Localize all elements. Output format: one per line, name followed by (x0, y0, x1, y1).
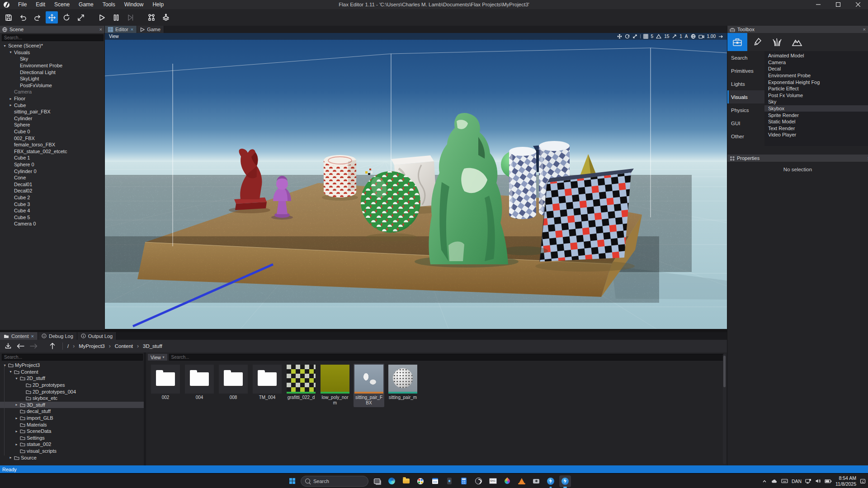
import-button[interactable] (3, 341, 14, 351)
globe-mode-icon[interactable] (691, 34, 696, 39)
toolbox-item[interactable]: Exponential Height Fog (764, 79, 868, 85)
content-item-tm004[interactable]: TM_004 (252, 364, 283, 402)
touch-keyboard-icon[interactable] (781, 479, 788, 483)
toolbox-item[interactable]: Environment Probe (764, 72, 868, 79)
content-item-grafitti-texture[interactable]: grafitti_022_d (286, 364, 316, 402)
flax-launcher[interactable] (545, 475, 557, 487)
toolbox-category[interactable]: GUI (727, 117, 764, 130)
toolbox-item[interactable]: Post Fx Volume (764, 92, 868, 99)
notification-center-icon[interactable] (860, 479, 866, 484)
toolbox-category[interactable]: Physics (727, 103, 764, 117)
tree-expand-icon[interactable]: ▸ (14, 442, 19, 446)
undo-button[interactable] (17, 11, 29, 23)
taskbar-clock[interactable]: 8:54 AM 11/8/2025 (835, 475, 856, 487)
tree-expand-icon[interactable]: ▾ (9, 50, 13, 54)
toolbox-category[interactable]: Visuals (727, 90, 764, 103)
scale-tool-button[interactable] (75, 11, 87, 23)
toolbox-category[interactable]: Search (727, 51, 764, 64)
camera-speed-value[interactable]: 1.00 (707, 34, 716, 39)
expand-arrow-icon[interactable] (718, 34, 723, 39)
scene-tree-row[interactable]: Cylinder (0, 115, 104, 122)
menu-item[interactable]: Game (74, 0, 98, 9)
tree-expand-icon[interactable]: ▸ (9, 455, 13, 460)
scene-tree-row[interactable]: ▸ Cube (0, 102, 104, 108)
scene-tree-row[interactable]: Cube 4 (0, 207, 104, 214)
scene-tree-row[interactable]: Decal01 (0, 181, 104, 188)
vlc-player[interactable] (516, 475, 528, 487)
toolbox-item[interactable]: Text Render (764, 125, 868, 132)
view-menu-button[interactable]: View (105, 34, 123, 39)
rotate-snap-icon[interactable] (656, 34, 661, 39)
nav-back-button[interactable] (15, 341, 26, 351)
scene-tree-row[interactable]: ▾ Visuals (0, 49, 104, 56)
task-view-button[interactable] (371, 475, 383, 487)
scene-tree-row[interactable]: Sphere (0, 122, 104, 128)
scene-tree-row[interactable]: Cube 5 (0, 214, 104, 221)
scene-tree-row[interactable]: Cube 1 (0, 155, 104, 161)
scene-tree-row[interactable]: SkyLight (0, 75, 104, 82)
content-item-002[interactable]: 002 (150, 364, 181, 402)
tray-chevron-up-icon[interactable] (762, 479, 767, 484)
nav-up-button[interactable] (47, 341, 58, 351)
content-scrollbar[interactable] (723, 354, 726, 464)
paint-dotnet[interactable] (501, 475, 513, 487)
toolbox-tab-foliage[interactable] (767, 33, 787, 51)
minimize-button[interactable] (808, 0, 828, 9)
menu-item[interactable]: File (14, 0, 31, 9)
toolbox-item[interactable]: Animated Model (764, 52, 868, 59)
menu-item[interactable]: Help (148, 0, 168, 9)
content-tree-row[interactable]: Materials (0, 421, 144, 428)
onedrive-cloud-icon[interactable] (771, 479, 778, 483)
scene-tree-row[interactable]: Cube 3 (0, 201, 104, 207)
scene-tree-row[interactable]: FBX_statue_002_etcetc (0, 148, 104, 155)
tab-close-icon[interactable]: × (31, 333, 34, 339)
tree-expand-icon[interactable]: ▾ (9, 370, 13, 374)
toolbox-item[interactable]: Camera (764, 59, 868, 66)
close-button[interactable] (848, 0, 868, 9)
recorder-app[interactable] (443, 475, 455, 487)
content-tree-row[interactable]: skybox_etc (0, 395, 144, 402)
maximize-button[interactable] (828, 0, 848, 9)
tab-editor[interactable]: Editor × (105, 26, 137, 33)
tree-expand-icon[interactable]: ▾ (14, 376, 19, 380)
checkerboard-cube[interactable] (535, 169, 635, 272)
toolbox-item[interactable]: Sky (764, 99, 868, 105)
nav-forward-button[interactable] (28, 341, 39, 351)
redo-button[interactable] (31, 11, 43, 23)
flax-editor-app[interactable] (559, 475, 571, 487)
menu-item[interactable]: Window (120, 0, 148, 9)
language-indicator[interactable]: DAN (792, 479, 802, 484)
scene-tree-row[interactable]: Camera 0 (0, 221, 104, 227)
breadcrumb-item[interactable]: › 3D_stuff (137, 343, 162, 349)
content-item-lowpoly-texture[interactable]: low_poly_norm (320, 364, 350, 407)
content-tree-row[interactable]: ▾ Content (0, 369, 144, 375)
content-search-input[interactable] (169, 354, 725, 361)
content-tree-row[interactable]: visual_scripts (0, 448, 144, 455)
tree-expand-icon[interactable]: ▾ (3, 363, 7, 367)
taskbar-search[interactable]: Search (301, 476, 368, 487)
network-icon[interactable] (805, 479, 811, 484)
scale-snap-icon[interactable] (672, 34, 677, 39)
scene-tree-row[interactable]: Sphere 0 (0, 161, 104, 168)
scene-tree-row[interactable]: Environment Probe (0, 62, 104, 69)
toolbox-close-icon[interactable]: × (863, 27, 866, 32)
scene-tree-row[interactable]: Decal02 (0, 188, 104, 194)
scene-search-input[interactable] (2, 34, 104, 41)
menu-item[interactable]: Tools (98, 0, 120, 9)
pause-button[interactable] (110, 11, 122, 23)
play-button[interactable] (95, 11, 108, 23)
toolbox-item[interactable]: Sprite Render (764, 112, 868, 118)
speaker-icon[interactable] (815, 479, 821, 483)
tab-debug-log[interactable]: Debug Log (38, 332, 77, 340)
tab-close-icon[interactable]: × (131, 27, 133, 32)
step-button[interactable] (124, 11, 137, 23)
scene-tree-row[interactable]: 002_FBX (0, 135, 104, 141)
sharex-app[interactable] (487, 475, 499, 487)
menu-item[interactable]: Scene (50, 0, 74, 9)
paint-app[interactable] (415, 475, 426, 487)
content-tree-row[interactable]: 2D_prototypes (0, 382, 144, 389)
tree-expand-icon[interactable]: ▸ (14, 403, 19, 407)
content-tree-row[interactable]: ▾ MyProject3 (0, 362, 144, 369)
grid-snap-icon[interactable] (643, 34, 648, 39)
tab-content[interactable]: Content × (0, 332, 38, 340)
